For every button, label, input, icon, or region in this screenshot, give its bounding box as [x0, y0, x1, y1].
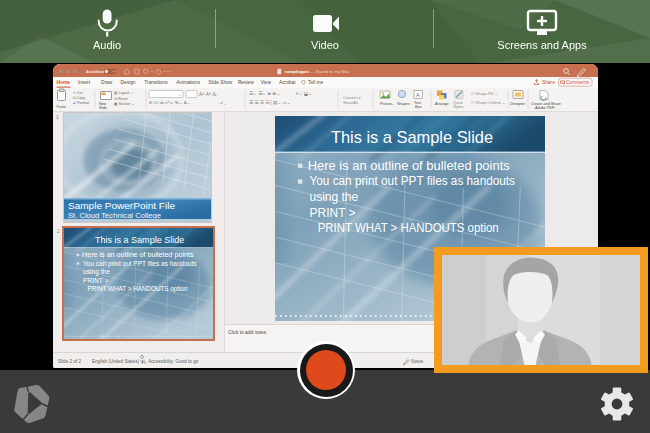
svg-text:⧉ Copy ⌄: ⧉ Copy ⌄	[73, 96, 88, 100]
svg-text:AutoSave: AutoSave	[86, 69, 105, 74]
svg-text:⬠ Shape Fill ⌄: ⬠ Shape Fill ⌄	[471, 91, 498, 96]
svg-text:Notes: Notes	[411, 359, 424, 364]
svg-text:Paste: Paste	[57, 105, 66, 109]
svg-text:Styles: Styles	[453, 105, 463, 109]
svg-text:New: New	[99, 102, 107, 106]
svg-text:▤ Layout ⌄: ▤ Layout ⌄	[114, 91, 133, 95]
svg-text:☰ ☱ ☴ ☵ | ▤⌄ ▭⌄: ☰ ☱ ☴ ☵ | ▤⌄ ▭⌄	[249, 100, 291, 105]
svg-text:Accessibility: Good to go: Accessibility: Good to go	[148, 359, 199, 364]
svg-text:🖌 Format: 🖌 Format	[73, 101, 89, 105]
svg-text:English (United States): English (United States)	[92, 359, 139, 364]
svg-text:B I U ab x² x₂ ℀⌄ 𝖠⌄: B I U ab x² x₂ ℀⌄ 𝖠⌄	[149, 100, 190, 105]
svg-text:Slide 2 of 2: Slide 2 of 2	[58, 359, 81, 364]
svg-text:PRINT WHAT > HANDOUTS option: PRINT WHAT > HANDOUTS option	[318, 221, 499, 235]
svg-text:Comments: Comments	[566, 80, 590, 85]
svg-text:≡⌄ ⬓⌄: ≡⌄ ⬓⌄	[296, 91, 312, 96]
svg-text:Convert to: Convert to	[343, 96, 361, 100]
svg-text:Review: Review	[238, 80, 254, 85]
svg-text:Text: Text	[414, 101, 422, 105]
svg-text:Adobe PDF: Adobe PDF	[535, 106, 555, 110]
svg-text:SmartArt: SmartArt	[343, 101, 359, 105]
svg-text:Share: Share	[542, 80, 555, 85]
svg-text:OFF: OFF	[110, 70, 116, 74]
svg-text:using the: using the	[310, 190, 359, 204]
svg-text:Click to add notes: Click to add notes	[228, 330, 267, 335]
svg-text:Slide Show: Slide Show	[208, 80, 233, 85]
svg-text:This is a Sample Slide: This is a Sample Slide	[331, 128, 493, 146]
svg-text:☰⌄ ☰⌄ ≣ ≣⌄: ☰⌄ ☰⌄ ≣ ≣⌄	[249, 91, 280, 96]
svg-text:Quick: Quick	[453, 101, 463, 105]
svg-text:Design: Design	[121, 80, 136, 85]
svg-text:⌄: ⌄	[178, 92, 181, 97]
svg-text:⟲ Reset: ⟲ Reset	[114, 97, 127, 101]
svg-text:Home: Home	[57, 80, 71, 85]
svg-text:samplepptx — Saved to my Mac: samplepptx — Saved to my Mac	[285, 69, 351, 74]
svg-text:Tell me: Tell me	[308, 80, 324, 85]
svg-text:Shapes: Shapes	[397, 102, 410, 106]
svg-text:▦ Section ⌄: ▦ Section ⌄	[114, 102, 134, 106]
svg-text:Animations: Animations	[176, 80, 200, 85]
svg-text:𝒜 ⌄: 𝒜 ⌄	[219, 100, 226, 105]
svg-text:PRINT >: PRINT >	[310, 206, 356, 220]
svg-text:Slide: Slide	[99, 106, 107, 110]
svg-text:Create and Share: Create and Share	[531, 102, 561, 106]
svg-text:Transitions: Transitions	[144, 80, 168, 85]
svg-text:A: A	[416, 92, 420, 98]
svg-text:⌄: ⌄	[391, 102, 394, 106]
svg-text:View: View	[261, 80, 272, 85]
svg-text:Sample PowerPoint File: Sample PowerPoint File	[68, 201, 175, 211]
svg-text:Box: Box	[415, 105, 422, 109]
svg-text:⬡ Shape Outline ⌄: ⬡ Shape Outline ⌄	[471, 100, 505, 105]
svg-text:✂ Cut: ✂ Cut	[73, 91, 83, 95]
svg-text:Designer: Designer	[510, 102, 526, 106]
svg-text:St. Cloud Technical College: St. Cloud Technical College	[68, 212, 162, 220]
svg-text:A˄ A˅ A̶: A˄ A˅ A̶	[199, 92, 218, 97]
svg-text:Arrange: Arrange	[435, 102, 449, 106]
svg-text:Here is an outline of bulleted: Here is an outline of bulleted points	[308, 159, 510, 173]
svg-text:You can print out PPT files as: You can print out PPT files as handouts	[310, 174, 516, 188]
svg-text:Acrobat: Acrobat	[279, 80, 296, 85]
svg-text:Draw: Draw	[101, 80, 113, 85]
svg-text:Insert: Insert	[78, 80, 91, 85]
